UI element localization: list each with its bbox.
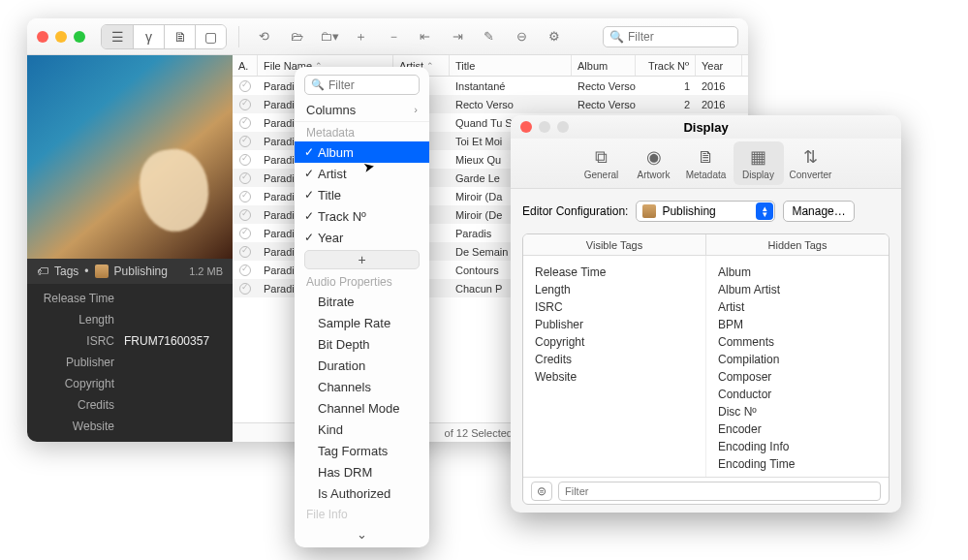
tags-header[interactable]: 🏷 Tags • Publishing 1.2 MB	[27, 259, 233, 284]
popover-column-item[interactable]: Bit Depth	[295, 333, 429, 355]
tag-field-row[interactable]: Release Time	[27, 288, 233, 309]
popover-add-button[interactable]: +	[304, 250, 420, 269]
folder-dropdown-button[interactable]: 🗀▾	[317, 25, 342, 48]
chevron-right-icon: ›	[414, 104, 418, 115]
column-title[interactable]: Title	[450, 55, 572, 76]
tags-filter-input[interactable]	[558, 482, 881, 501]
doc-view-button[interactable]: 🗎	[164, 25, 195, 48]
popover-column-item[interactable]: Channel Mode	[295, 397, 429, 419]
list-item[interactable]: Artist	[718, 298, 877, 316]
toolbar-search[interactable]: 🔍	[603, 26, 738, 47]
zoom-icon[interactable]	[557, 121, 569, 133]
album-artwork[interactable]	[27, 55, 233, 259]
list-item[interactable]: Disc Nº	[718, 403, 877, 420]
check-icon	[239, 283, 251, 295]
filter-toggle-button[interactable]: ⊜	[531, 482, 552, 501]
check-icon	[239, 136, 251, 147]
popover-column-item[interactable]: ✓Track Nº	[295, 205, 429, 227]
list-item[interactable]: Compilation	[718, 351, 877, 368]
popover-column-item[interactable]: ✓Artist	[295, 163, 429, 184]
open-folder-button[interactable]: 🗁	[284, 25, 309, 48]
close-icon[interactable]	[37, 31, 48, 43]
list-item[interactable]: Comments	[718, 333, 877, 351]
tag-field-row[interactable]: Credits	[27, 394, 233, 416]
zoom-icon[interactable]	[74, 31, 85, 43]
refresh-button[interactable]: ⟲	[251, 25, 276, 48]
tab-metadata[interactable]: 🗎Metadata	[681, 141, 732, 185]
list-item[interactable]: Album	[718, 264, 877, 281]
tag-field-row[interactable]: Website	[27, 416, 233, 437]
branch-view-button[interactable]: γ	[133, 25, 164, 48]
popover-column-item[interactable]: ✓Year	[295, 227, 429, 248]
display-window: Display ⧉General◉Artwork🗎Metadata▦Displa…	[511, 115, 901, 513]
visible-tags-list[interactable]: Release TimeLengthISRCPublisherCopyright…	[523, 256, 706, 477]
tag-field-row[interactable]: ISRCFRUM71600357	[27, 330, 233, 352]
list-item[interactable]: Credits	[535, 351, 694, 368]
popover-search[interactable]: 🔍	[304, 75, 420, 95]
list-view-button[interactable]: ☰	[102, 25, 133, 48]
tag-field-row[interactable]: Publisher	[27, 352, 233, 373]
view-mode-segmented: ☰ γ 🗎 ▢	[101, 24, 227, 49]
remove-button[interactable]: －	[381, 25, 406, 48]
list-item[interactable]: Release Time	[535, 264, 694, 281]
list-item[interactable]: Copyright	[535, 333, 694, 351]
minimize-icon[interactable]	[539, 121, 550, 133]
edit-button[interactable]: ✎	[476, 25, 501, 48]
column-trackno[interactable]: Track Nº	[636, 55, 696, 76]
list-item[interactable]: Encoding Info	[718, 438, 877, 455]
toolbar-group-edit: ＋ －	[348, 25, 406, 48]
popover-column-item[interactable]: ✓Title	[295, 184, 429, 205]
popover-column-item[interactable]: Has DRM	[295, 461, 429, 482]
list-item[interactable]: Length	[535, 281, 694, 298]
visible-tags-header[interactable]: Visible Tags	[523, 234, 706, 255]
add-button[interactable]: ＋	[348, 25, 373, 48]
popover-column-item[interactable]: Bitrate	[295, 291, 429, 312]
popover-column-item[interactable]: Duration	[295, 355, 429, 376]
list-item[interactable]: Composer	[718, 368, 877, 386]
chevron-down-icon[interactable]: ⌄	[295, 523, 429, 544]
list-item[interactable]: Album Artist	[718, 281, 877, 298]
close-icon[interactable]	[520, 121, 532, 133]
tab-display[interactable]: ▦Display	[734, 141, 784, 185]
list-item[interactable]: BPM	[718, 316, 877, 333]
list-item[interactable]: Encoding Time	[718, 455, 877, 473]
popover-column-item[interactable]: Tag Formats	[295, 440, 429, 461]
delete-button[interactable]: ⊖	[509, 25, 534, 48]
popover-search-input[interactable]	[328, 78, 413, 92]
hidden-tags-header[interactable]: Hidden Tags	[706, 234, 889, 255]
popover-column-item[interactable]: Channels	[295, 376, 429, 397]
tag-field-row[interactable]: Length	[27, 309, 233, 330]
list-item[interactable]: Conductor	[718, 386, 877, 403]
popover-item-label: Track Nº	[318, 209, 366, 224]
check-icon	[239, 264, 251, 276]
tag-field-value[interactable]: FRUM71600357	[124, 334, 223, 348]
popover-column-item[interactable]: Kind	[295, 419, 429, 440]
minimize-icon[interactable]	[55, 31, 67, 43]
tags-label: Tags	[54, 264, 78, 278]
file-to-tag-button[interactable]: ⇥	[445, 25, 470, 48]
toolbar-group-action: ⇤ ⇥	[412, 25, 470, 48]
check-icon: ✓	[304, 188, 318, 202]
tab-general[interactable]: ⧉General	[577, 141, 627, 185]
popover-column-item[interactable]: ✓Album	[295, 141, 429, 163]
list-item[interactable]: ISRC	[535, 298, 694, 316]
settings-button[interactable]: ⚙	[542, 25, 567, 48]
column-audio[interactable]: A.	[233, 55, 258, 76]
list-item[interactable]: Website	[535, 368, 694, 386]
popover-column-item[interactable]: Sample Rate	[295, 312, 429, 333]
tab-artwork[interactable]: ◉Artwork	[629, 141, 679, 185]
hidden-tags-list[interactable]: AlbumAlbum ArtistArtistBPMCommentsCompil…	[706, 256, 889, 477]
column-album[interactable]: Album	[572, 55, 636, 76]
manage-button[interactable]: Manage…	[783, 201, 854, 222]
tag-field-row[interactable]: Copyright	[27, 373, 233, 394]
list-item[interactable]: Publisher	[535, 316, 694, 333]
columns-menu-item[interactable]: Columns›	[295, 101, 429, 122]
popover-column-item[interactable]: Is Authorized	[295, 482, 429, 504]
toolbar-search-input[interactable]	[628, 30, 732, 44]
list-item[interactable]: Encoder	[718, 420, 877, 438]
tab-converter[interactable]: ⇅Converter	[786, 141, 836, 185]
column-year[interactable]: Year	[696, 55, 742, 76]
art-view-button[interactable]: ▢	[195, 25, 226, 48]
editor-config-select[interactable]: Publishing ▴▾	[636, 201, 775, 222]
tag-to-file-button[interactable]: ⇤	[412, 25, 437, 48]
